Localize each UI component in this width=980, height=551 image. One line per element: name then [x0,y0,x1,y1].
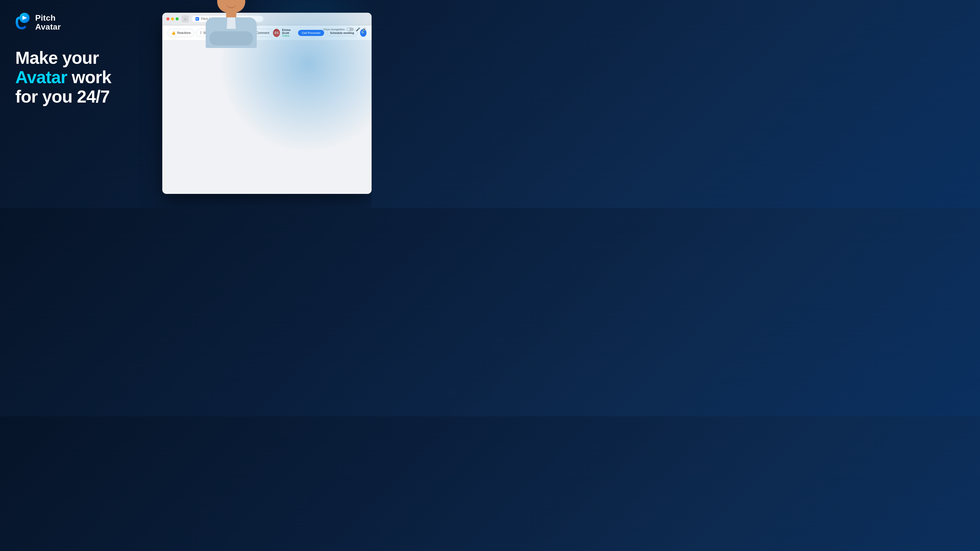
window-dot-yellow [171,17,174,21]
voice-recognition-toggle[interactable] [347,27,354,31]
share-slides-button[interactable]: ⤴ Share slides [196,29,224,37]
avatar-head [216,0,247,13]
reactions-label: Reactions [177,31,191,35]
left-panel: Pitch Avatar Make your Avatar work for y… [0,0,173,208]
user-details: Emma Scott Online [282,28,296,37]
search-icon: 🔍 [361,31,365,35]
reactions-button[interactable]: 👍 Reactions [167,29,194,37]
user-status: Online [282,35,296,37]
volume-icon: 🔊 [362,27,366,32]
voice-recognition-label: Voice recognition [323,28,345,31]
faq-icon: ? [229,31,233,35]
window-dot-green [176,17,179,21]
bottom-action-buttons: 👍 Reactions ⤴ Share slides ? FAQ 💬 Comme… [167,29,273,37]
user-info: ES Emma Scott Online [273,28,296,37]
comment-button[interactable]: 💬 Comment [246,29,273,37]
headline-line2: Avatar work [15,67,158,87]
user-avatar-photo: ES [273,29,280,37]
call-presenter-button[interactable]: Call Presenter [298,30,324,36]
share-icon: ⤴ [200,31,202,35]
headline-line3: for you 24/7 [15,87,158,106]
address-bar-text: Pitch Av... [201,17,215,21]
browser-content-wrapper: Voice recognition 🎤 🔊 [162,25,372,194]
browser-window-controls [166,17,179,21]
favicon [196,17,199,21]
comment-icon: 💬 [250,31,255,35]
browser-window: ⌂ Pitch Av... Voice recognition 🎤 🔊 [162,13,372,194]
logo-name-line1: Pitch [35,14,61,22]
faq-button[interactable]: ? FAQ [225,29,245,37]
browser-home-button[interactable]: ⌂ [182,15,189,22]
mic-icon: 🎤 [356,27,360,32]
browser-address-bar[interactable]: Pitch Av... [192,16,263,22]
right-panel: ⌂ Pitch Av... Voice recognition 🎤 🔊 [162,13,372,194]
favicon-play [197,18,198,20]
user-avatar: ES [273,29,280,37]
faq-label: FAQ [235,31,241,35]
comment-label: Comment [256,31,269,35]
voice-recognition-area: Voice recognition 🎤 🔊 [323,27,366,32]
avatar-face [217,0,245,13]
headline-highlight: Avatar [15,67,67,87]
share-slides-label: Share slides [203,31,220,35]
headline: Make your Avatar work for you 24/7 [15,48,158,106]
logo-name-line2: Avatar [35,22,61,32]
user-name: Emma Scott [282,28,296,35]
headline-line1: Make your [15,48,158,67]
thumbs-up-icon: 👍 [171,31,176,35]
avatar-smile [226,3,236,8]
pitch-avatar-logo-icon [15,12,32,33]
logo-area: Pitch Avatar [15,12,158,33]
logo-text: Pitch Avatar [35,14,61,32]
window-dot-red [166,17,169,21]
headline-work: work [72,67,111,87]
browser-chrome: ⌂ Pitch Av... [162,13,372,25]
